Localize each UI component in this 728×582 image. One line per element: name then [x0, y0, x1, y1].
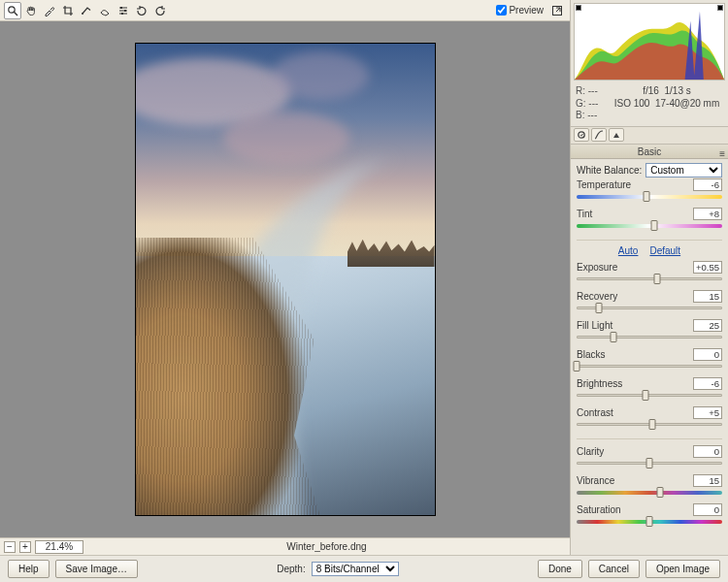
rotate-ccw-icon[interactable]	[133, 2, 150, 19]
depth-label: Depth:	[277, 564, 305, 574]
svg-line-1	[15, 12, 17, 15]
depth-select[interactable]: 8 Bits/Channel	[312, 562, 399, 576]
vibrance-slider[interactable]	[577, 491, 722, 495]
tab-detail-icon[interactable]	[609, 128, 624, 142]
svg-point-2	[82, 13, 83, 15]
tab-curve-icon[interactable]	[591, 128, 607, 142]
panel-title: Basic ≡	[571, 145, 728, 159]
preferences-icon[interactable]	[115, 2, 132, 19]
svg-point-10	[579, 132, 584, 138]
basic-panel: White Balance: Custom Temperature-6 Tint…	[571, 159, 728, 556]
recovery-label: Recovery	[577, 291, 689, 302]
tint-label: Tint	[577, 209, 689, 219]
temperature-slider[interactable]	[577, 195, 722, 199]
status-bar: − + 21.4% Winter_before.dng	[0, 537, 570, 555]
recovery-slider[interactable]	[577, 307, 722, 309]
clarity-value[interactable]: 0	[693, 445, 722, 458]
clarity-slider[interactable]	[577, 462, 722, 465]
histogram[interactable]	[574, 3, 725, 81]
main-toolbar: Preview	[0, 0, 570, 21]
contrast-label: Contrast	[577, 407, 689, 418]
exposure-value[interactable]: +0.55	[693, 261, 722, 274]
blacks-label: Blacks	[577, 349, 689, 360]
exif-r: R: ---	[576, 85, 605, 98]
default-link[interactable]: Default	[649, 245, 680, 256]
retouch-tool-icon[interactable]	[96, 2, 114, 19]
zoom-tool-icon[interactable]	[4, 2, 21, 19]
preview-checkbox[interactable]: Preview	[496, 5, 544, 16]
contrast-value[interactable]: +5	[693, 406, 722, 419]
zoom-out-button[interactable]: −	[4, 541, 16, 553]
help-button[interactable]: Help	[8, 560, 50, 578]
exposure-label: Exposure	[577, 262, 689, 273]
zoom-level[interactable]: 21.4%	[35, 540, 83, 554]
blacks-slider[interactable]	[577, 365, 722, 368]
tint-slider[interactable]	[577, 224, 722, 228]
saturation-label: Saturation	[577, 504, 689, 515]
preview-checkbox-label: Preview	[509, 5, 544, 16]
filllight-slider[interactable]	[577, 336, 722, 339]
rotate-cw-icon[interactable]	[151, 2, 169, 19]
saturation-slider[interactable]	[577, 520, 722, 524]
brightness-value[interactable]: -6	[693, 377, 722, 390]
bottom-bar: Help Save Image… Depth: 8 Bits/Channel D…	[0, 555, 728, 582]
temperature-label: Temperature	[577, 179, 689, 190]
vibrance-label: Vibrance	[577, 475, 689, 486]
svg-rect-7	[124, 10, 126, 12]
eyedropper-tool-icon[interactable]	[41, 2, 58, 19]
filename-label: Winter_before.dng	[87, 541, 566, 552]
panel-menu-icon[interactable]: ≡	[719, 146, 725, 161]
exif-b: B: ---	[576, 110, 605, 122]
save-image-button[interactable]: Save Image…	[55, 560, 138, 578]
blacks-value[interactable]: 0	[693, 348, 722, 361]
exposure-slider[interactable]	[577, 277, 722, 280]
clarity-label: Clarity	[577, 446, 689, 457]
preview-checkbox-input[interactable]	[496, 5, 507, 16]
contrast-slider[interactable]	[577, 423, 722, 426]
crop-tool-icon[interactable]	[59, 2, 77, 19]
svg-point-0	[9, 6, 15, 12]
fullscreen-toggle-icon[interactable]	[548, 2, 566, 19]
saturation-value[interactable]: 0	[693, 503, 722, 516]
temperature-value[interactable]: -6	[693, 178, 722, 191]
tab-basic-icon[interactable]	[574, 128, 589, 142]
done-button[interactable]: Done	[538, 560, 582, 578]
image-preview	[135, 43, 436, 516]
auto-link[interactable]: Auto	[618, 245, 639, 256]
zoom-in-button[interactable]: +	[19, 541, 31, 553]
svg-rect-8	[121, 13, 123, 15]
white-balance-select[interactable]: Custom	[645, 163, 722, 178]
cancel-button[interactable]: Cancel	[588, 560, 640, 578]
exif-g: G: ---	[576, 98, 605, 111]
brightness-slider[interactable]	[577, 394, 722, 397]
shadow-clip-indicator[interactable]	[576, 5, 581, 11]
filllight-value[interactable]: 25	[693, 319, 722, 332]
straighten-tool-icon[interactable]	[78, 2, 95, 19]
white-balance-row: White Balance: Custom	[577, 163, 722, 178]
svg-rect-6	[120, 7, 122, 9]
brightness-label: Brightness	[577, 378, 689, 389]
exif-readout: R: --- G: --- B: --- f/16 1/13 s ISO 100…	[571, 83, 728, 127]
filllight-label: Fill Light	[577, 320, 689, 331]
recovery-value[interactable]: 15	[693, 290, 722, 303]
panel-tabstrip	[571, 127, 728, 145]
vibrance-value[interactable]: 15	[693, 474, 722, 487]
open-image-button[interactable]: Open Image	[645, 560, 720, 578]
tint-value[interactable]: +8	[693, 208, 722, 220]
hand-tool-icon[interactable]	[22, 2, 40, 19]
highlight-clip-indicator[interactable]	[717, 5, 723, 11]
image-canvas[interactable]	[0, 21, 570, 537]
